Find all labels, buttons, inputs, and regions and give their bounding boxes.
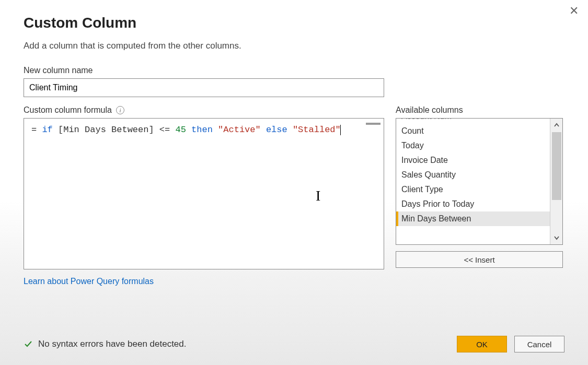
dialog-subtitle: Add a column that is computed from the o…	[24, 41, 564, 51]
new-column-name-label: New column name	[24, 66, 564, 75]
info-icon[interactable]: i	[116, 106, 124, 114]
list-item[interactable]: Min Days Between	[396, 211, 551, 226]
list-item[interactable]: Account Num	[396, 118, 551, 124]
scroll-thumb[interactable]	[552, 132, 561, 200]
available-columns-list[interactable]: Account Num Count Today Invoice Date Sal…	[396, 118, 563, 245]
syntax-status: No syntax errors have been detected.	[24, 339, 187, 349]
status-message: No syntax errors have been detected.	[38, 339, 187, 349]
list-item[interactable]: Sales Quantity	[396, 168, 551, 182]
scrollbar[interactable]	[550, 119, 562, 244]
formula-scroll-indicator	[366, 123, 381, 125]
formula-code-line: = if [Min Days Between] <= 45 then "Acti…	[31, 124, 377, 136]
text-caret	[340, 125, 341, 135]
text-cursor-icon: I	[316, 185, 320, 206]
close-icon[interactable]: ✕	[569, 4, 579, 18]
cancel-button[interactable]: Cancel	[514, 336, 564, 352]
list-item[interactable]: Invoice Date	[396, 153, 551, 168]
check-icon	[24, 339, 33, 349]
formula-label: Custom column formula	[24, 105, 112, 115]
new-column-name-input[interactable]	[24, 78, 384, 97]
list-item[interactable]: Days Prior to Today	[396, 197, 551, 211]
available-columns-label: Available columns	[396, 105, 563, 115]
list-item[interactable]: Count	[396, 124, 551, 138]
scroll-down-icon[interactable]	[550, 231, 563, 244]
ok-button[interactable]: OK	[457, 336, 507, 352]
learn-link[interactable]: Learn about Power Query formulas	[24, 277, 154, 286]
dialog-title: Custom Column	[24, 15, 564, 31]
custom-column-dialog: ✕ Custom Column Add a column that is com…	[0, 0, 588, 365]
insert-button-label: << Insert	[464, 255, 494, 264]
scroll-up-icon[interactable]	[550, 119, 563, 132]
insert-button[interactable]: << Insert	[396, 251, 563, 268]
formula-editor[interactable]: = if [Min Days Between] <= 45 then "Acti…	[24, 118, 384, 269]
list-item[interactable]: Client Type	[396, 182, 551, 197]
list-item[interactable]: Today	[396, 138, 551, 153]
